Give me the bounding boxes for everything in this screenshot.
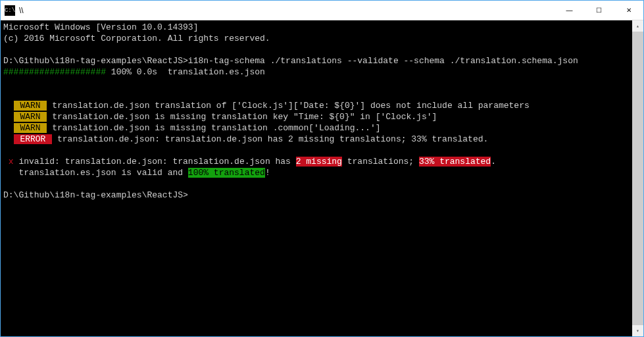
- terminal-area: Microsoft Windows [Version 10.0.14393] (…: [1, 20, 643, 336]
- invalid-text: translations;: [342, 157, 419, 167]
- pct-highlight: 33% translated: [419, 157, 491, 167]
- warn-badge: WARN: [14, 101, 47, 111]
- scroll-up-arrow-icon[interactable]: ▴: [632, 20, 643, 32]
- titlebar[interactable]: C:\ \\ — ☐ ✕: [1, 1, 643, 20]
- invalid-text: .: [491, 157, 496, 167]
- terminal-output[interactable]: Microsoft Windows [Version 10.0.14393] (…: [1, 20, 632, 336]
- copyright-line: (c) 2016 Microsoft Corporation. All righ…: [3, 34, 270, 43]
- valid-text: translation.es.json is valid and: [3, 168, 188, 178]
- window-controls: — ☐ ✕: [555, 1, 643, 20]
- terminal-window: C:\ \\ — ☐ ✕ Microsoft Windows [Version …: [0, 0, 644, 337]
- warn-message: translation.de.json translation of ['Clo…: [47, 101, 529, 111]
- app-icon: C:\: [5, 5, 15, 16]
- valid-pct-highlight: 100% translated: [188, 168, 265, 178]
- warn-message: translation.de.json is missing translati…: [47, 112, 437, 122]
- maximize-button[interactable]: ☐: [584, 1, 614, 20]
- command-text: i18n-tag-schema ./translations --validat…: [188, 56, 578, 66]
- close-button[interactable]: ✕: [614, 1, 643, 20]
- invalid-text: invalid: translation.de.json: translatio…: [14, 157, 296, 167]
- error-badge: ERROR: [14, 134, 53, 144]
- minimize-button[interactable]: —: [555, 1, 584, 20]
- valid-text: !: [265, 168, 270, 178]
- warn-badge: WARN: [14, 112, 47, 122]
- os-version-line: Microsoft Windows [Version 10.0.14393]: [3, 22, 198, 32]
- missing-highlight: 2 missing: [296, 157, 342, 167]
- warn-message: translation.de.json is missing translati…: [47, 123, 380, 133]
- progress-bar: ####################: [3, 67, 106, 77]
- invalid-mark-icon: x: [9, 157, 14, 167]
- scroll-down-arrow-icon[interactable]: ▾: [632, 325, 643, 336]
- scroll-track[interactable]: [632, 32, 643, 325]
- prompt-path: D:\Github\i18n-tag-examples\ReactJS>: [3, 190, 188, 200]
- window-title: \\: [19, 6, 555, 15]
- vertical-scrollbar[interactable]: ▴ ▾: [632, 20, 643, 336]
- progress-text: 100% 0.0s translation.es.json: [106, 67, 265, 77]
- warn-badge: WARN: [14, 123, 47, 133]
- prompt-path: D:\Github\i18n-tag-examples\ReactJS>: [3, 56, 188, 66]
- error-message: translation.de.json: translation.de.json…: [52, 134, 488, 144]
- scroll-thumb[interactable]: [632, 32, 643, 325]
